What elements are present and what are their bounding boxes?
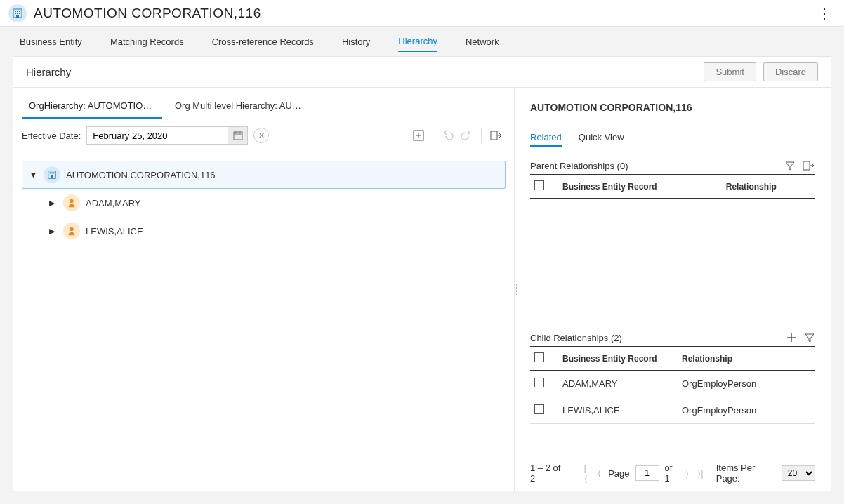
- col-relationship: Relationship: [678, 347, 815, 371]
- page-title: Hierarchy: [26, 66, 71, 78]
- svg-rect-17: [53, 173, 55, 174]
- tree-root-node[interactable]: ▼ AUTOMOTION CORPORATION,116: [22, 161, 506, 189]
- tab-matching-records[interactable]: Matching Records: [110, 32, 184, 51]
- select-all-checkbox[interactable]: [534, 180, 544, 190]
- effective-date-input[interactable]: [87, 127, 228, 144]
- tree-child-node[interactable]: ▶ LEWIS,ALICE: [41, 217, 506, 245]
- details-pane: AUTOMOTION CORPORATION,116 Related Quick…: [515, 88, 831, 491]
- first-page-icon[interactable]: |⟨: [583, 463, 591, 484]
- svg-point-20: [70, 227, 73, 231]
- tab-business-entity[interactable]: Business Entity: [20, 32, 82, 51]
- fit-icon[interactable]: [409, 129, 428, 142]
- hierarchy-tree-pane: OrgHierarchy: AUTOMOTION CO... Org Multi…: [13, 88, 515, 491]
- tab-hierarchy[interactable]: Hierarchy: [398, 32, 437, 52]
- page-range: 1 – 2 of 2: [530, 463, 565, 484]
- page-header: Hierarchy Submit Discard: [13, 57, 831, 88]
- caret-down-icon[interactable]: ▼: [29, 171, 39, 179]
- svg-rect-6: [19, 13, 20, 14]
- tree-node-label: AUTOMOTION CORPORATION,116: [66, 170, 216, 180]
- parent-relationships-section: Parent Relationships (0): [530, 160, 815, 318]
- effective-date-field[interactable]: [86, 126, 248, 145]
- separator: [481, 128, 482, 143]
- undo-icon[interactable]: [437, 129, 457, 142]
- table-row[interactable]: LEWIS,ALICE OrgEmployPerson: [530, 397, 815, 424]
- person-icon: [63, 223, 80, 239]
- clear-date-icon[interactable]: ✕: [253, 128, 269, 143]
- tab-quick-view[interactable]: Quick View: [579, 129, 624, 147]
- page-input[interactable]: [635, 465, 659, 481]
- parent-relationships-table: Business Entity Record Relationship: [530, 175, 815, 199]
- tab-history[interactable]: History: [342, 32, 370, 51]
- row-checkbox[interactable]: [534, 378, 544, 387]
- svg-rect-13: [491, 131, 497, 140]
- tab-network[interactable]: Network: [466, 32, 499, 51]
- svg-point-19: [70, 199, 73, 203]
- cell-record: LEWIS,ALICE: [558, 397, 678, 424]
- cell-relationship: OrgEmployPerson: [678, 397, 815, 424]
- filter-icon[interactable]: [784, 160, 796, 171]
- calendar-icon[interactable]: [228, 127, 247, 144]
- row-checkbox[interactable]: [534, 404, 544, 414]
- submit-button[interactable]: Submit: [704, 62, 756, 81]
- tree-node-label: ADAM,MARY: [86, 198, 141, 208]
- tab-cross-reference[interactable]: Cross-reference Records: [212, 32, 314, 51]
- redo-icon[interactable]: [457, 129, 477, 142]
- tree-node-label: LEWIS,ALICE: [86, 226, 143, 237]
- tab-related[interactable]: Related: [530, 129, 562, 147]
- svg-rect-3: [19, 11, 20, 12]
- child-relationships-section: Child Relationships (2): [530, 332, 815, 424]
- items-per-page-label: Items Per Page:: [716, 463, 776, 484]
- hierarchy-page: Hierarchy Submit Discard OrgHierarchy: A…: [13, 56, 831, 491]
- next-page-icon[interactable]: ⟩: [684, 468, 690, 479]
- svg-rect-18: [51, 175, 53, 178]
- col-relationship: Relationship: [722, 175, 815, 199]
- svg-rect-15: [50, 173, 51, 174]
- app-title: AUTOMOTION CORPORATION,116: [34, 6, 261, 21]
- app-header: AUTOMOTION CORPORATION,116 ⋮: [0, 0, 844, 27]
- discard-button[interactable]: Discard: [763, 62, 818, 81]
- svg-rect-5: [17, 13, 18, 14]
- svg-rect-16: [51, 173, 53, 174]
- effective-date-label: Effective Date:: [22, 131, 81, 141]
- svg-rect-4: [15, 13, 16, 14]
- svg-rect-8: [234, 132, 242, 140]
- svg-rect-21: [803, 161, 810, 170]
- child-relationships-table: Business Entity Record Relationship ADAM…: [530, 347, 815, 424]
- overflow-menu-icon[interactable]: ⋮: [813, 5, 836, 22]
- pane-resize-handle[interactable]: ⋮⋮: [513, 286, 520, 292]
- caret-right-icon[interactable]: ▶: [49, 227, 59, 236]
- hierarchy-sub-tabs: OrgHierarchy: AUTOMOTION CO... Org Multi…: [13, 88, 514, 119]
- items-per-page-select[interactable]: 20: [782, 465, 815, 481]
- tree-child-node[interactable]: ▶ ADAM,MARY: [41, 189, 506, 217]
- filter-icon[interactable]: [804, 332, 815, 343]
- cell-record: ADAM,MARY: [558, 371, 678, 397]
- caret-right-icon[interactable]: ▶: [49, 199, 59, 208]
- separator: [433, 128, 433, 143]
- subtab-org-hierarchy[interactable]: OrgHierarchy: AUTOMOTION CO...: [22, 95, 162, 119]
- select-all-checkbox[interactable]: [534, 352, 544, 362]
- export-icon[interactable]: [803, 160, 815, 171]
- cell-relationship: OrgEmployPerson: [678, 371, 815, 397]
- primary-tabs: Business Entity Matching Records Cross-r…: [0, 27, 844, 56]
- col-record: Business Entity Record: [558, 175, 722, 199]
- child-section-title: Child Relationships (2): [530, 333, 622, 343]
- page-label: Page: [608, 468, 629, 479]
- col-record: Business Entity Record: [558, 347, 678, 371]
- pagination: 1 – 2 of 2 |⟨ ⟨ Page of 1 ⟩ ⟩| Items Per…: [530, 456, 815, 484]
- parent-section-title: Parent Relationships (0): [530, 161, 628, 171]
- subtab-org-multilevel[interactable]: Org Multi level Hierarchy: AUTOM...: [168, 95, 308, 119]
- hierarchy-toolbar: Effective Date: ✕: [13, 119, 514, 152]
- person-icon: [63, 194, 80, 211]
- detail-tabs: Related Quick View: [530, 129, 815, 147]
- svg-rect-7: [16, 15, 19, 18]
- building-icon: [44, 166, 60, 183]
- svg-rect-1: [15, 11, 16, 12]
- prev-page-icon[interactable]: ⟨: [596, 468, 602, 479]
- last-page-icon[interactable]: ⟩|: [696, 468, 704, 479]
- table-row[interactable]: ADAM,MARY OrgEmployPerson: [530, 371, 815, 397]
- export-icon[interactable]: [486, 129, 506, 142]
- entity-title: AUTOMOTION CORPORATION,116: [530, 102, 815, 113]
- svg-rect-2: [17, 11, 18, 12]
- add-icon[interactable]: [786, 332, 797, 343]
- hierarchy-tree: ▼ AUTOMOTION CORPORATION,116 ▶ ADAM,MARY: [13, 152, 514, 253]
